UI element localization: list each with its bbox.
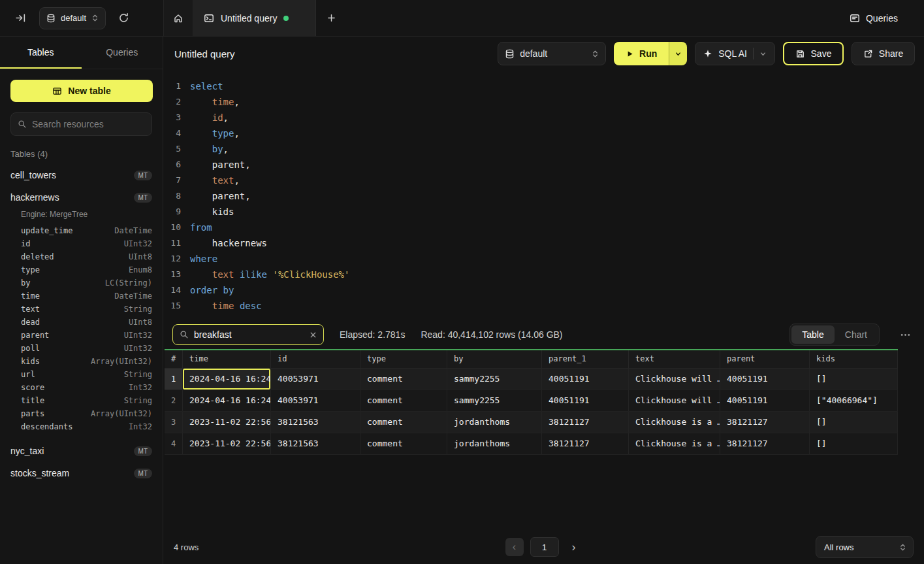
row-number[interactable]: 2 xyxy=(165,390,183,412)
database-selector[interactable]: default xyxy=(39,7,106,29)
column-header[interactable]: by xyxy=(447,350,542,369)
table-cell[interactable]: 40051191 xyxy=(720,369,810,390)
table-cell[interactable]: 40051191 xyxy=(720,390,810,412)
table-cell[interactable]: 38121563 xyxy=(271,412,360,433)
results-toolbar: Elapsed: 2.781s Read: 40,414,102 rows (1… xyxy=(163,320,924,349)
sidebar-tab-tables[interactable]: Tables xyxy=(0,37,82,69)
column-header[interactable]: parent_1 xyxy=(542,350,629,369)
line-number: 4 xyxy=(163,125,181,141)
column-header[interactable]: type xyxy=(360,350,447,369)
queries-panel-button[interactable]: Queries xyxy=(850,13,898,24)
save-button[interactable]: Save xyxy=(783,42,844,65)
table-cell[interactable]: comment xyxy=(360,433,447,455)
table-cell[interactable]: comment xyxy=(360,390,447,412)
read-stat: Read: 40,414,102 rows (14.06 GB) xyxy=(421,329,562,340)
table-cell[interactable]: 38121127 xyxy=(542,412,629,433)
tables-list: cell_towersMThackernewsMTEngine: MergeTr… xyxy=(0,164,163,484)
page-size-select[interactable]: All rows xyxy=(816,536,914,558)
collapse-sidebar-icon[interactable] xyxy=(10,8,30,28)
column-name: poll xyxy=(21,344,40,353)
next-page-icon[interactable]: › xyxy=(566,538,582,556)
query-controls: default Run xyxy=(498,42,915,65)
results-filter-input[interactable] xyxy=(194,329,304,340)
sql-editor[interactable]: 1select2 time,3 id,4 type,5 by,6 parent,… xyxy=(163,71,924,320)
row-number[interactable]: 3 xyxy=(165,412,183,433)
current-page-button[interactable]: 1 xyxy=(530,537,559,557)
query-database-selector[interactable]: default xyxy=(498,42,606,65)
table-cell[interactable]: [] xyxy=(810,433,898,455)
search-resources-input[interactable] xyxy=(32,119,145,129)
table-cell[interactable]: sammy2255 xyxy=(447,390,542,412)
row-number[interactable]: 4 xyxy=(165,433,183,455)
results-filter-box[interactable] xyxy=(172,324,324,345)
new-tab-button[interactable] xyxy=(316,0,346,36)
table-cell[interactable]: 2023-11-02 22:56… xyxy=(183,412,271,433)
clear-filter-icon[interactable] xyxy=(310,331,317,339)
unsaved-status-dot xyxy=(283,16,289,21)
table-cell[interactable]: comment xyxy=(360,412,447,433)
tab-title: Untitled query xyxy=(221,13,277,24)
table-cell[interactable]: Clickhouse will … xyxy=(629,369,720,390)
chevron-down-icon[interactable] xyxy=(759,50,767,58)
table-cell[interactable]: 38121127 xyxy=(720,412,810,433)
view-tab-chart[interactable]: Chart xyxy=(835,325,878,344)
column-header[interactable]: id xyxy=(271,350,360,369)
row-number[interactable]: 1 xyxy=(165,369,183,390)
table-cell[interactable]: 40053971 xyxy=(271,390,360,412)
table-cell[interactable]: sammy2255 xyxy=(447,369,542,390)
new-table-button[interactable]: New table xyxy=(10,80,153,102)
table-cell[interactable]: jordanthoms xyxy=(447,433,542,455)
home-tab-button[interactable] xyxy=(163,0,193,36)
column-header[interactable]: kids xyxy=(810,350,898,369)
table-cell[interactable]: [] xyxy=(810,412,898,433)
line-number: 3 xyxy=(163,110,181,125)
share-button[interactable]: Share xyxy=(852,42,915,65)
table-cell[interactable]: 2023-11-02 22:56… xyxy=(183,433,271,455)
table-column-row: textString xyxy=(0,303,163,316)
column-header[interactable]: parent xyxy=(720,350,810,369)
table-cell[interactable]: 40051191 xyxy=(542,369,629,390)
line-number: 12 xyxy=(163,251,181,267)
code-text: kids xyxy=(190,204,234,220)
column-type: UInt8 xyxy=(129,318,152,327)
column-name: descendants xyxy=(21,422,72,431)
table-cell[interactable]: 38121127 xyxy=(720,433,810,455)
refresh-icon[interactable] xyxy=(114,8,133,28)
sidebar-table-item[interactable]: cell_towersMT xyxy=(0,164,163,186)
sidebar-table-item[interactable]: nyc_taxiMT xyxy=(0,440,163,462)
table-cell[interactable]: 38121563 xyxy=(271,433,360,455)
table-cell[interactable]: 38121127 xyxy=(542,433,629,455)
view-tab-table[interactable]: Table xyxy=(791,325,834,344)
table-cell[interactable]: 2024-04-16 16:24… xyxy=(183,369,271,390)
column-header[interactable]: time xyxy=(183,350,271,369)
table-column-row: idUInt32 xyxy=(0,237,163,250)
table-cell[interactable]: [] xyxy=(810,369,898,390)
sidebar-tab-queries[interactable]: Queries xyxy=(82,37,163,69)
run-button[interactable]: Run xyxy=(614,42,669,65)
share-label: Share xyxy=(879,48,903,59)
prev-page-icon[interactable]: ‹ xyxy=(505,538,524,556)
column-header[interactable]: # xyxy=(165,350,183,369)
table-cell[interactable]: 2024-04-16 16:24… xyxy=(183,390,271,412)
table-cell[interactable]: Clickhouse is a … xyxy=(629,412,720,433)
sidebar-table-item[interactable]: hackernewsMT xyxy=(0,186,163,208)
run-options-chevron[interactable] xyxy=(669,42,687,65)
table-cell[interactable]: comment xyxy=(360,369,447,390)
more-options-icon[interactable] xyxy=(895,325,915,344)
save-label: Save xyxy=(811,48,832,59)
column-header[interactable]: text xyxy=(629,350,720,369)
top-bar: default Untitled query xyxy=(0,0,924,37)
column-type: DateTime xyxy=(114,291,152,301)
code-text: text ilike '%ClickHouse%' xyxy=(190,267,349,282)
table-cell[interactable]: jordanthoms xyxy=(447,412,542,433)
table-cell[interactable]: 40053971 xyxy=(271,369,360,390)
table-cell[interactable]: ["40066964"] xyxy=(810,390,898,412)
column-type: UInt32 xyxy=(124,331,152,340)
table-cell[interactable]: Clickhouse will … xyxy=(629,390,720,412)
table-cell[interactable]: 40051191 xyxy=(542,390,629,412)
table-cell[interactable]: Clickhouse is a … xyxy=(629,433,720,455)
sidebar-table-item[interactable]: stocks_streamMT xyxy=(0,462,163,484)
sql-ai-button[interactable]: SQL AI xyxy=(695,42,775,65)
search-resources-box[interactable] xyxy=(10,112,152,136)
tab-untitled-query[interactable]: Untitled query xyxy=(193,0,316,36)
